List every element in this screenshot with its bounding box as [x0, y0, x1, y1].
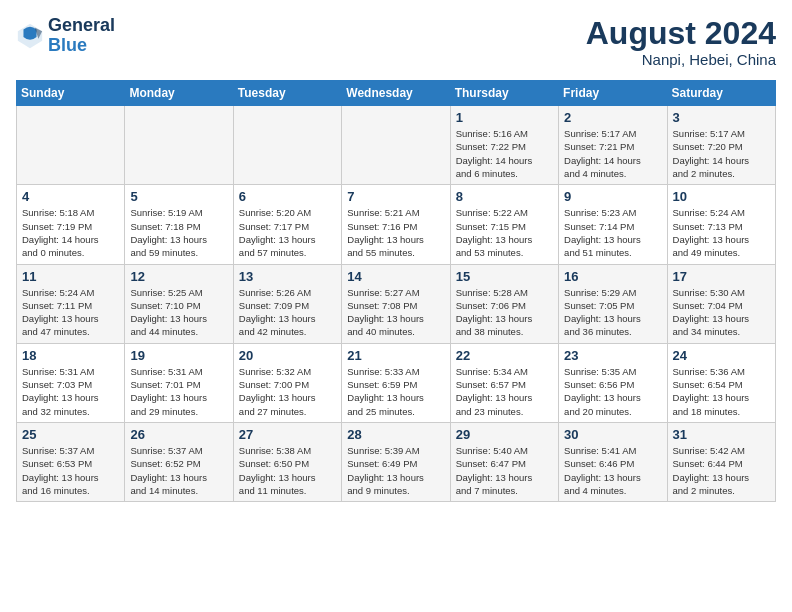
day-number: 28: [347, 427, 444, 442]
calendar-week-row: 1Sunrise: 5:16 AM Sunset: 7:22 PM Daylig…: [17, 106, 776, 185]
calendar-cell: 15Sunrise: 5:28 AM Sunset: 7:06 PM Dayli…: [450, 264, 558, 343]
day-number: 8: [456, 189, 553, 204]
calendar-cell: 28Sunrise: 5:39 AM Sunset: 6:49 PM Dayli…: [342, 422, 450, 501]
day-number: 11: [22, 269, 119, 284]
col-header-sunday: Sunday: [17, 81, 125, 106]
day-info: Sunrise: 5:24 AM Sunset: 7:11 PM Dayligh…: [22, 286, 119, 339]
calendar-cell: 1Sunrise: 5:16 AM Sunset: 7:22 PM Daylig…: [450, 106, 558, 185]
calendar-cell: 17Sunrise: 5:30 AM Sunset: 7:04 PM Dayli…: [667, 264, 775, 343]
calendar-cell: 12Sunrise: 5:25 AM Sunset: 7:10 PM Dayli…: [125, 264, 233, 343]
calendar-header-row: SundayMondayTuesdayWednesdayThursdayFrid…: [17, 81, 776, 106]
calendar-cell: 9Sunrise: 5:23 AM Sunset: 7:14 PM Daylig…: [559, 185, 667, 264]
month-title: August 2024: [586, 16, 776, 51]
calendar-cell: 10Sunrise: 5:24 AM Sunset: 7:13 PM Dayli…: [667, 185, 775, 264]
day-info: Sunrise: 5:20 AM Sunset: 7:17 PM Dayligh…: [239, 206, 336, 259]
day-number: 9: [564, 189, 661, 204]
day-number: 2: [564, 110, 661, 125]
calendar-cell: 23Sunrise: 5:35 AM Sunset: 6:56 PM Dayli…: [559, 343, 667, 422]
day-info: Sunrise: 5:17 AM Sunset: 7:20 PM Dayligh…: [673, 127, 770, 180]
day-number: 13: [239, 269, 336, 284]
calendar-cell: [125, 106, 233, 185]
day-number: 5: [130, 189, 227, 204]
day-info: Sunrise: 5:16 AM Sunset: 7:22 PM Dayligh…: [456, 127, 553, 180]
day-info: Sunrise: 5:36 AM Sunset: 6:54 PM Dayligh…: [673, 365, 770, 418]
calendar-cell: 24Sunrise: 5:36 AM Sunset: 6:54 PM Dayli…: [667, 343, 775, 422]
day-number: 18: [22, 348, 119, 363]
calendar-cell: 21Sunrise: 5:33 AM Sunset: 6:59 PM Dayli…: [342, 343, 450, 422]
col-header-saturday: Saturday: [667, 81, 775, 106]
day-info: Sunrise: 5:33 AM Sunset: 6:59 PM Dayligh…: [347, 365, 444, 418]
day-number: 21: [347, 348, 444, 363]
calendar-cell: [233, 106, 341, 185]
calendar-week-row: 18Sunrise: 5:31 AM Sunset: 7:03 PM Dayli…: [17, 343, 776, 422]
day-number: 26: [130, 427, 227, 442]
day-number: 12: [130, 269, 227, 284]
calendar-cell: 18Sunrise: 5:31 AM Sunset: 7:03 PM Dayli…: [17, 343, 125, 422]
day-info: Sunrise: 5:18 AM Sunset: 7:19 PM Dayligh…: [22, 206, 119, 259]
calendar-cell: 20Sunrise: 5:32 AM Sunset: 7:00 PM Dayli…: [233, 343, 341, 422]
day-number: 23: [564, 348, 661, 363]
calendar-cell: 7Sunrise: 5:21 AM Sunset: 7:16 PM Daylig…: [342, 185, 450, 264]
calendar-cell: 8Sunrise: 5:22 AM Sunset: 7:15 PM Daylig…: [450, 185, 558, 264]
day-info: Sunrise: 5:41 AM Sunset: 6:46 PM Dayligh…: [564, 444, 661, 497]
day-info: Sunrise: 5:37 AM Sunset: 6:53 PM Dayligh…: [22, 444, 119, 497]
calendar-cell: 22Sunrise: 5:34 AM Sunset: 6:57 PM Dayli…: [450, 343, 558, 422]
day-number: 17: [673, 269, 770, 284]
day-info: Sunrise: 5:21 AM Sunset: 7:16 PM Dayligh…: [347, 206, 444, 259]
day-info: Sunrise: 5:34 AM Sunset: 6:57 PM Dayligh…: [456, 365, 553, 418]
day-number: 1: [456, 110, 553, 125]
calendar-cell: [342, 106, 450, 185]
day-info: Sunrise: 5:26 AM Sunset: 7:09 PM Dayligh…: [239, 286, 336, 339]
calendar-cell: [17, 106, 125, 185]
calendar-week-row: 25Sunrise: 5:37 AM Sunset: 6:53 PM Dayli…: [17, 422, 776, 501]
calendar-cell: 26Sunrise: 5:37 AM Sunset: 6:52 PM Dayli…: [125, 422, 233, 501]
day-number: 15: [456, 269, 553, 284]
day-info: Sunrise: 5:28 AM Sunset: 7:06 PM Dayligh…: [456, 286, 553, 339]
day-number: 16: [564, 269, 661, 284]
day-info: Sunrise: 5:23 AM Sunset: 7:14 PM Dayligh…: [564, 206, 661, 259]
day-info: Sunrise: 5:25 AM Sunset: 7:10 PM Dayligh…: [130, 286, 227, 339]
day-number: 20: [239, 348, 336, 363]
calendar-cell: 25Sunrise: 5:37 AM Sunset: 6:53 PM Dayli…: [17, 422, 125, 501]
day-info: Sunrise: 5:31 AM Sunset: 7:01 PM Dayligh…: [130, 365, 227, 418]
logo-text: General Blue: [48, 16, 115, 56]
calendar-cell: 16Sunrise: 5:29 AM Sunset: 7:05 PM Dayli…: [559, 264, 667, 343]
day-info: Sunrise: 5:35 AM Sunset: 6:56 PM Dayligh…: [564, 365, 661, 418]
col-header-tuesday: Tuesday: [233, 81, 341, 106]
day-number: 27: [239, 427, 336, 442]
day-info: Sunrise: 5:17 AM Sunset: 7:21 PM Dayligh…: [564, 127, 661, 180]
day-info: Sunrise: 5:29 AM Sunset: 7:05 PM Dayligh…: [564, 286, 661, 339]
day-number: 3: [673, 110, 770, 125]
day-info: Sunrise: 5:42 AM Sunset: 6:44 PM Dayligh…: [673, 444, 770, 497]
day-info: Sunrise: 5:39 AM Sunset: 6:49 PM Dayligh…: [347, 444, 444, 497]
calendar-cell: 6Sunrise: 5:20 AM Sunset: 7:17 PM Daylig…: [233, 185, 341, 264]
day-info: Sunrise: 5:24 AM Sunset: 7:13 PM Dayligh…: [673, 206, 770, 259]
calendar-cell: 11Sunrise: 5:24 AM Sunset: 7:11 PM Dayli…: [17, 264, 125, 343]
day-number: 25: [22, 427, 119, 442]
col-header-wednesday: Wednesday: [342, 81, 450, 106]
day-number: 10: [673, 189, 770, 204]
day-info: Sunrise: 5:27 AM Sunset: 7:08 PM Dayligh…: [347, 286, 444, 339]
col-header-thursday: Thursday: [450, 81, 558, 106]
day-number: 6: [239, 189, 336, 204]
calendar-cell: 14Sunrise: 5:27 AM Sunset: 7:08 PM Dayli…: [342, 264, 450, 343]
calendar-cell: 31Sunrise: 5:42 AM Sunset: 6:44 PM Dayli…: [667, 422, 775, 501]
calendar-cell: 27Sunrise: 5:38 AM Sunset: 6:50 PM Dayli…: [233, 422, 341, 501]
calendar-cell: 29Sunrise: 5:40 AM Sunset: 6:47 PM Dayli…: [450, 422, 558, 501]
calendar-table: SundayMondayTuesdayWednesdayThursdayFrid…: [16, 80, 776, 502]
day-number: 14: [347, 269, 444, 284]
day-info: Sunrise: 5:30 AM Sunset: 7:04 PM Dayligh…: [673, 286, 770, 339]
day-info: Sunrise: 5:37 AM Sunset: 6:52 PM Dayligh…: [130, 444, 227, 497]
day-number: 19: [130, 348, 227, 363]
calendar-week-row: 4Sunrise: 5:18 AM Sunset: 7:19 PM Daylig…: [17, 185, 776, 264]
day-info: Sunrise: 5:40 AM Sunset: 6:47 PM Dayligh…: [456, 444, 553, 497]
calendar-cell: 19Sunrise: 5:31 AM Sunset: 7:01 PM Dayli…: [125, 343, 233, 422]
day-number: 7: [347, 189, 444, 204]
day-info: Sunrise: 5:22 AM Sunset: 7:15 PM Dayligh…: [456, 206, 553, 259]
calendar-week-row: 11Sunrise: 5:24 AM Sunset: 7:11 PM Dayli…: [17, 264, 776, 343]
day-info: Sunrise: 5:38 AM Sunset: 6:50 PM Dayligh…: [239, 444, 336, 497]
day-number: 31: [673, 427, 770, 442]
calendar-cell: 4Sunrise: 5:18 AM Sunset: 7:19 PM Daylig…: [17, 185, 125, 264]
col-header-friday: Friday: [559, 81, 667, 106]
calendar-cell: 3Sunrise: 5:17 AM Sunset: 7:20 PM Daylig…: [667, 106, 775, 185]
